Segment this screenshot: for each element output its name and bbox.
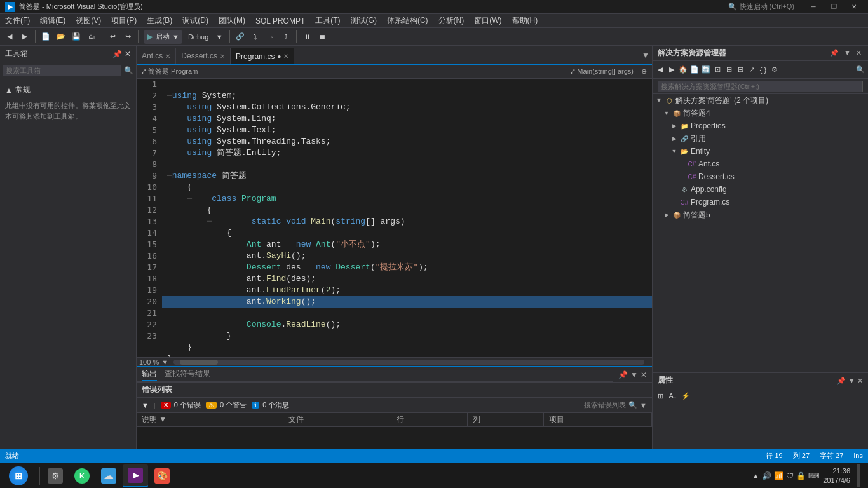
tree-project5[interactable]: ▶ 📦 简答题5	[653, 208, 868, 221]
se-refresh-button[interactable]: 🔄	[701, 65, 711, 75]
search-error-icon[interactable]: 🔍	[628, 401, 637, 409]
bottom-close-icon[interactable]: ✕	[641, 370, 647, 379]
menu-item-f[interactable]: 文件(F)	[0, 14, 35, 27]
start-button[interactable]: ⊞	[3, 464, 34, 487]
menu-item-v[interactable]: 视图(V)	[71, 14, 106, 27]
redo-button[interactable]: ↪	[121, 30, 135, 44]
menu-item-p[interactable]: 项目(P)	[106, 14, 142, 27]
props-close-icon[interactable]: ✕	[857, 377, 863, 384]
se-close-icon[interactable]: ✕	[855, 49, 863, 57]
filter-button[interactable]: ▼	[142, 402, 149, 409]
menu-item-e[interactable]: 编辑(E)	[35, 14, 71, 27]
quick-launch[interactable]: 🔍 快速启动 (Ctrl+Q)	[728, 2, 794, 11]
menu-item-m[interactable]: 团队(M)	[214, 14, 250, 27]
tree-program-cs[interactable]: C# Program.cs	[653, 196, 868, 208]
tray-shield1[interactable]: 🛡	[786, 471, 794, 480]
se-show-in-editor[interactable]: ↗	[747, 65, 757, 75]
col-description[interactable]: 说明 ▼	[137, 413, 283, 427]
se-collapse-button[interactable]: ⊟	[735, 65, 745, 75]
expand-editor-icon[interactable]: ⊕	[641, 67, 647, 76]
tab-dropdown[interactable]: ▼	[639, 51, 652, 60]
tree-references[interactable]: ▶ 🔗 引用	[653, 132, 868, 145]
menu-item-sqlprompt[interactable]: SQL PROMPT	[250, 14, 310, 27]
menu-item-w[interactable]: 窗口(W)	[469, 14, 506, 27]
restore-button[interactable]: ❐	[825, 1, 843, 13]
code-lines[interactable]: ─using System; using System.Collections.…	[162, 79, 652, 357]
props-categorized[interactable]: ⊞	[655, 391, 665, 401]
se-settings[interactable]: ⚙	[770, 65, 780, 75]
se-expand-button[interactable]: ⊞	[724, 65, 734, 75]
taskbar-klite[interactable]: K	[69, 464, 95, 487]
tab-find-symbol[interactable]: 查找符号结果	[165, 367, 210, 381]
props-events[interactable]: ⚡	[681, 391, 691, 401]
toolbox-search[interactable]: 🔍	[0, 62, 136, 79]
se-show-all-button[interactable]: 📄	[689, 65, 700, 75]
tab-dessert-close[interactable]: ✕	[220, 53, 225, 60]
se-pin-icon[interactable]: 📌	[829, 49, 840, 57]
tree-properties[interactable]: ▶ 📁 Properties	[653, 119, 868, 132]
close-button[interactable]: ✕	[845, 1, 863, 13]
props-dropdown-icon[interactable]: ▼	[848, 377, 855, 384]
tray-speaker[interactable]: 🔊	[762, 471, 771, 480]
se-search-icon[interactable]: 🔍	[855, 65, 865, 75]
code-editor[interactable]: 1 2 3 4 5 6 7 8 9 10 11 12 13 14	[137, 79, 652, 366]
props-alphabetical[interactable]: A↓	[668, 391, 678, 401]
col-project[interactable]: 项目	[544, 413, 652, 427]
undo-button[interactable]: ↩	[105, 30, 119, 44]
search-dropdown[interactable]: ▼	[640, 402, 647, 409]
stop-button[interactable]: ⏹	[315, 30, 329, 44]
se-code-view[interactable]: { }	[758, 65, 768, 75]
bottom-pin-icon[interactable]: 📌	[618, 370, 628, 379]
col-file[interactable]: 文件	[283, 413, 391, 427]
menu-item-h[interactable]: 帮助(H)	[507, 14, 543, 27]
zoom-dropdown-icon[interactable]: ▼	[161, 358, 168, 366]
taskbar-vs[interactable]: ▶	[123, 464, 148, 487]
show-desktop-button[interactable]	[857, 464, 860, 487]
props-pin-icon[interactable]: 📌	[837, 377, 846, 384]
bottom-dropdown-icon[interactable]: ▼	[630, 370, 638, 379]
save-all-button[interactable]: 🗂	[85, 30, 98, 44]
menu-item-b[interactable]: 生成(B)	[142, 14, 177, 27]
tab-ant[interactable]: Ant.cs ✕	[137, 48, 176, 64]
se-dropdown-icon[interactable]: ▼	[843, 49, 852, 57]
attach-button[interactable]: 🔗	[233, 30, 247, 44]
se-properties-button[interactable]: 🏠	[678, 65, 688, 75]
warning-filter[interactable]: ⚠ 0 个警告	[206, 400, 247, 410]
hscroll-thumb[interactable]	[180, 360, 218, 365]
tab-dessert[interactable]: Dessert.cs ✕	[176, 48, 231, 64]
info-filter[interactable]: ℹ 0 个消息	[252, 400, 289, 410]
se-search-input[interactable]	[658, 81, 863, 92]
start-button[interactable]: ▶ 启动 ▼	[144, 30, 182, 44]
taskbar-settings[interactable]: ⚙	[43, 464, 68, 487]
tree-solution[interactable]: ▼ ⬡ 解决方案'简答题' (2 个项目)	[653, 94, 868, 107]
step-out[interactable]: ⤴	[279, 30, 293, 44]
tab-ant-close[interactable]: ✕	[165, 53, 170, 60]
back-button[interactable]: ◀	[3, 30, 17, 44]
debug-mode-dropdown[interactable]: ▼	[212, 30, 226, 44]
se-forward-button[interactable]: ▶	[667, 65, 677, 75]
forward-button[interactable]: ▶	[18, 30, 32, 44]
system-clock[interactable]: 21:36 2017/4/6	[823, 466, 850, 485]
col-line[interactable]: 行	[391, 413, 468, 427]
tab-program-close[interactable]: ✕	[283, 53, 288, 60]
tree-project4[interactable]: ▼ 📦 简答题4	[653, 107, 868, 119]
tree-app-config[interactable]: ⚙ App.config	[653, 183, 868, 196]
horizontal-scrollbar[interactable]	[173, 360, 644, 365]
open-file-button[interactable]: 📂	[54, 30, 68, 44]
se-filter-button[interactable]: ⊡	[712, 65, 722, 75]
tree-entity[interactable]: ▼ 📂 Entity	[653, 145, 868, 158]
step-into[interactable]: ⤵	[248, 30, 262, 44]
new-file-button[interactable]: 📄	[39, 30, 53, 44]
tab-output[interactable]: 输出	[142, 367, 157, 381]
search-error-list[interactable]: 搜索错误列表 🔍 ▼	[584, 400, 647, 410]
menu-item-c[interactable]: 体系结构(C)	[382, 14, 433, 27]
menu-item-t[interactable]: 工具(T)	[310, 14, 345, 27]
tree-ant-cs[interactable]: C# Ant.cs	[653, 158, 868, 170]
tray-shield2[interactable]: 🔒	[796, 471, 806, 480]
menu-item-d[interactable]: 调试(D)	[177, 14, 214, 27]
se-back-button[interactable]: ◀	[655, 65, 665, 75]
toolbox-search-input[interactable]	[3, 65, 121, 76]
tray-keyboard[interactable]: ⌨	[808, 471, 819, 480]
toolbox-close-icon[interactable]: ✕	[125, 50, 131, 58]
break-button[interactable]: ⏸	[300, 30, 314, 44]
